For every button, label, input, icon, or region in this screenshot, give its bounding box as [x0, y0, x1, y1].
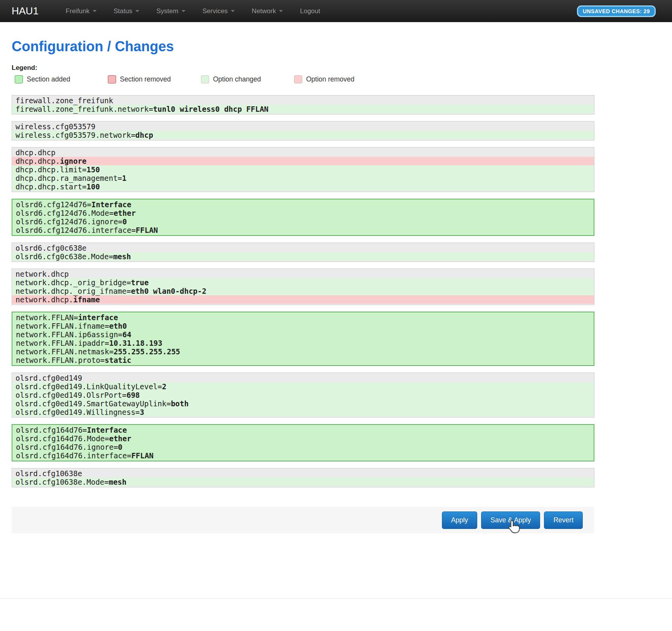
- navbar-menu: FreifunkStatusSystemServicesNetworkLogou…: [57, 0, 329, 22]
- config-line-added: olsrd6.cfg124d76.Mode=ether: [12, 209, 594, 217]
- legend-swatch: [15, 75, 23, 83]
- page-title: Configuration / Changes: [12, 38, 594, 55]
- config-line-changed: olsrd6.cfg0c638e.Mode=mesh: [12, 252, 594, 261]
- config-line-added: network.FFLAN.ip6assign=64: [12, 330, 594, 339]
- config-line-changed: olsrd.cfg10638e.Mode=mesh: [12, 478, 594, 486]
- chevron-down-icon: [93, 10, 97, 12]
- chevron-down-icon: [135, 10, 139, 12]
- config-line-changed: firewall.zone_freifunk.network=tunl0 wir…: [12, 105, 594, 113]
- config-line-added: network.FFLAN.ipaddr=10.31.18.193: [12, 339, 594, 347]
- config-change-block: olsrd6.cfg0c638eolsrd6.cfg0c638e.Mode=me…: [12, 243, 594, 262]
- legend-swatch: [108, 75, 116, 83]
- legend-text: Section removed: [120, 75, 171, 83]
- unsaved-changes-badge[interactable]: UNSAVED CHANGES: 29: [577, 5, 656, 17]
- config-line-added: olsrd.cfg164d76=Interface: [12, 426, 594, 434]
- config-line-added: olsrd6.cfg124d76=Interface: [12, 200, 594, 209]
- config-line-changed: dhcp.dhcp.start=100: [12, 182, 594, 191]
- config-line-header: olsrd.cfg0ed149: [12, 374, 594, 382]
- config-change-block: olsrd6.cfg124d76=Interfaceolsrd6.cfg124d…: [12, 199, 594, 236]
- config-line-added: olsrd6.cfg124d76.ignore=0: [12, 217, 594, 226]
- config-change-block: dhcp.dhcpdhcp.dhcp.ignoredhcp.dhcp.limit…: [12, 147, 594, 192]
- config-change-block: olsrd.cfg0ed149olsrd.cfg0ed149.LinkQuali…: [12, 373, 594, 418]
- config-line-changed: dhcp.dhcp.limit=150: [12, 165, 594, 174]
- legend-text: Option removed: [306, 75, 355, 83]
- config-line-header: olsrd6.cfg0c638e: [12, 244, 594, 252]
- legend-text: Section added: [27, 75, 70, 83]
- config-line-header: network.dhcp: [12, 270, 594, 278]
- config-change-block: olsrd.cfg164d76=Interfaceolsrd.cfg164d76…: [12, 424, 594, 461]
- navbar: HAU1 FreifunkStatusSystemServicesNetwork…: [0, 0, 672, 22]
- config-line-header: olsrd.cfg10638e: [12, 469, 594, 478]
- config-line-added: olsrd.cfg164d76.ignore=0: [12, 443, 594, 451]
- bottom-divider: [0, 598, 672, 620]
- config-change-block: firewall.zone_freifunkfirewall.zone_frei…: [12, 95, 594, 114]
- legend-swatch: [201, 75, 209, 83]
- content: Configuration / Changes Legend: Section …: [12, 38, 594, 533]
- config-line-added: network.FFLAN=interface: [12, 313, 594, 322]
- legend-swatch: [294, 75, 302, 83]
- legend-item: Section removed: [108, 75, 201, 83]
- config-line-changed: olsrd.cfg0ed149.LinkQualityLevel=2: [12, 382, 594, 391]
- config-change-block: wireless.cfg053579wireless.cfg053579.net…: [12, 121, 594, 140]
- config-line-changed: olsrd.cfg0ed149.OlsrPort=698: [12, 391, 594, 399]
- chevron-down-icon: [279, 10, 283, 12]
- config-line-header: dhcp.dhcp: [12, 148, 594, 157]
- config-line-added: olsrd.cfg164d76.interface=FFLAN: [12, 451, 594, 460]
- chevron-down-icon: [182, 10, 185, 12]
- nav-item-services[interactable]: Services: [194, 0, 243, 22]
- nav-item-status[interactable]: Status: [105, 0, 148, 22]
- config-line-added: olsrd.cfg164d76.Mode=ether: [12, 434, 594, 443]
- config-line-removed: network.dhcp.ifname: [12, 295, 594, 304]
- config-line-changed: network.dhcp._orig_ifname=eth0 wlan0-dhc…: [12, 287, 594, 295]
- nav-item-network[interactable]: Network: [243, 0, 291, 22]
- config-line-added: olsrd6.cfg124d76.interface=FFLAN: [12, 226, 594, 234]
- revert-button[interactable]: Revert: [544, 511, 583, 529]
- config-change-block: network.dhcpnetwork.dhcp._orig_bridge=tr…: [12, 269, 594, 305]
- config-line-removed: dhcp.dhcp.ignore: [12, 157, 594, 165]
- config-line-added: network.FFLAN.netmask=255.255.255.255: [12, 347, 594, 356]
- config-line-header: firewall.zone_freifunk: [12, 96, 594, 105]
- chevron-down-icon: [231, 10, 235, 12]
- config-line-changed: dhcp.dhcp.ra_management=1: [12, 174, 594, 182]
- save-apply-button[interactable]: Save & Apply: [481, 511, 540, 529]
- brand-link[interactable]: HAU1: [12, 5, 38, 17]
- config-line-changed: wireless.cfg053579.network=dhcp: [12, 131, 594, 139]
- page-actions: Apply Save & Apply Revert: [12, 507, 594, 533]
- legend-label: Legend:: [12, 64, 594, 72]
- config-line-changed: olsrd.cfg0ed149.Willingness=3: [12, 408, 594, 416]
- config-line-added: network.FFLAN.proto=static: [12, 356, 594, 364]
- config-line-changed: olsrd.cfg0ed149.SmartGatewayUplink=both: [12, 399, 594, 408]
- nav-item-freifunk[interactable]: Freifunk: [57, 0, 105, 22]
- nav-item-system[interactable]: System: [148, 0, 194, 22]
- apply-button[interactable]: Apply: [442, 511, 478, 529]
- nav-item-logout[interactable]: Logout: [291, 0, 329, 22]
- config-change-block: network.FFLAN=interfacenetwork.FFLAN.ifn…: [12, 312, 594, 366]
- config-line-added: network.FFLAN.ifname=eth0: [12, 322, 594, 330]
- legend-item: Section added: [15, 75, 108, 83]
- config-change-block: olsrd.cfg10638eolsrd.cfg10638e.Mode=mesh: [12, 468, 594, 487]
- legend-item: Option changed: [201, 75, 294, 83]
- legend-item: Option removed: [294, 75, 387, 83]
- legend: Section addedSection removedOption chang…: [12, 75, 594, 83]
- config-line-changed: network.dhcp._orig_bridge=true: [12, 278, 594, 287]
- save-apply-label: Save & Apply: [490, 516, 531, 524]
- changes-list: firewall.zone_freifunkfirewall.zone_frei…: [12, 95, 594, 487]
- config-line-header: wireless.cfg053579: [12, 122, 594, 131]
- legend-text: Option changed: [213, 75, 261, 83]
